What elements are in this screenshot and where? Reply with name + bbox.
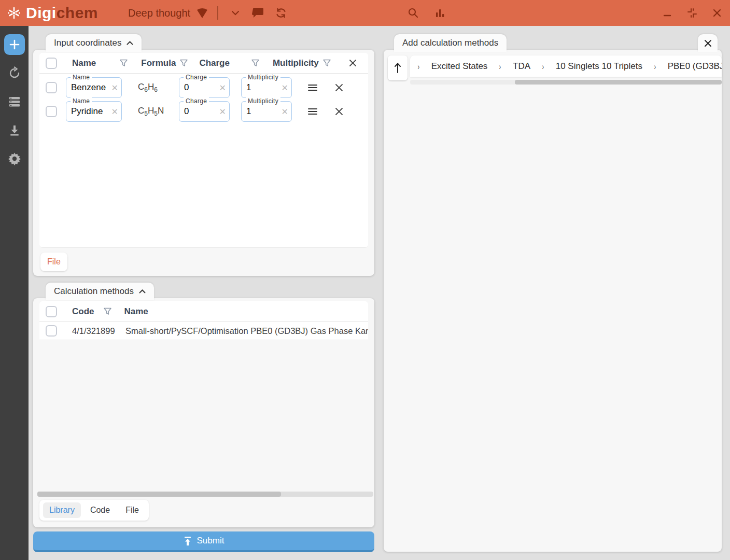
breadcrumb-item[interactable]: 10 Singlets 10 Triplets	[556, 61, 642, 72]
filter-icon[interactable]	[104, 307, 111, 315]
molecule-row: Name ✕ C5H5N Charge ✕ Multiplicity ✕	[39, 100, 368, 123]
submit-label: Submit	[197, 536, 224, 546]
app-title: Digichem	[26, 4, 98, 22]
column-header-name: Name	[72, 58, 96, 68]
breadcrumb-scrollbar-thumb[interactable]	[515, 80, 722, 85]
refresh-icon[interactable]	[4, 63, 25, 83]
name-field[interactable]: Name ✕	[66, 77, 122, 98]
name-input[interactable]	[71, 82, 110, 93]
calculation-methods-title: Calculation methods	[54, 286, 134, 297]
breadcrumb-separator-icon: ›	[417, 61, 419, 71]
charge-input[interactable]	[184, 82, 218, 93]
gem-icon	[195, 7, 209, 19]
download-icon[interactable]	[4, 120, 25, 141]
bar-chart-icon[interactable]	[431, 4, 449, 22]
filter-icon[interactable]	[120, 59, 128, 67]
multiplicity-field[interactable]: Multiplicity ✕	[241, 101, 292, 122]
header-divider	[217, 6, 218, 20]
row-checkbox[interactable]	[46, 106, 57, 117]
breadcrumb-item[interactable]: TDA	[513, 61, 530, 72]
submit-button[interactable]: Submit	[33, 531, 374, 552]
chat-icon[interactable]	[249, 4, 267, 22]
tab-library[interactable]: Library	[43, 502, 81, 518]
add-calculation-methods-title: Add calculation methods	[402, 38, 498, 48]
horizontal-scrollbar-track[interactable]	[37, 492, 373, 497]
clear-icon[interactable]: ✕	[110, 83, 118, 93]
navigate-up-button[interactable]	[388, 55, 408, 80]
formula-value: C6H6	[138, 82, 175, 93]
row-checkbox[interactable]	[46, 325, 57, 337]
search-icon[interactable]	[404, 4, 422, 22]
calculation-methods-tab[interactable]: Calculation methods	[46, 283, 154, 300]
clear-icon[interactable]: ✕	[110, 107, 118, 117]
multiplicity-field-label: Multiplicity	[246, 97, 280, 105]
horizontal-scrollbar-thumb[interactable]	[37, 492, 281, 497]
drag-handle-icon[interactable]	[308, 108, 317, 115]
charge-field-label: Charge	[184, 74, 209, 81]
clear-icon[interactable]: ✕	[218, 107, 226, 117]
name-field-label: Name	[71, 97, 92, 105]
input-coordinates-panel: Name Formula Charge Multiplicity Name ✕ …	[33, 50, 374, 276]
tab-file[interactable]: File	[119, 502, 145, 518]
queue-icon[interactable]	[4, 91, 25, 112]
method-code: 4/1/321899	[72, 326, 117, 336]
multiplicity-field[interactable]: Multiplicity ✕	[241, 77, 292, 98]
name-field[interactable]: Name ✕	[66, 101, 122, 122]
add-calculation-methods-panel	[384, 50, 722, 552]
new-calculation-button[interactable]	[4, 34, 25, 55]
drag-handle-icon[interactable]	[308, 84, 317, 91]
filter-icon[interactable]	[251, 59, 259, 67]
charge-input[interactable]	[184, 106, 218, 117]
file-button[interactable]: File	[40, 253, 67, 271]
chevron-up-icon	[139, 289, 146, 293]
breadcrumb-item[interactable]: PBE0 (GD3BJ)	[668, 61, 722, 72]
multiplicity-field-label: Multiplicity	[246, 74, 280, 81]
row-checkbox[interactable]	[46, 82, 57, 93]
input-coordinates-title: Input coordinates	[54, 38, 121, 48]
column-header-name: Name	[124, 306, 148, 317]
column-header-charge: Charge	[199, 58, 230, 68]
clear-icon[interactable]: ✕	[280, 107, 288, 117]
app-header: Digichem Deep thought	[0, 0, 730, 26]
breadcrumb-scrollbar-track[interactable]	[410, 80, 722, 85]
method-row[interactable]: 4/1/321899 Small-short/PySCF/Optimisatio…	[39, 322, 368, 340]
filter-icon[interactable]	[180, 59, 188, 67]
close-add-methods-button[interactable]	[698, 34, 718, 52]
delete-row-icon[interactable]	[335, 83, 343, 92]
delete-row-icon[interactable]	[335, 107, 343, 116]
close-icon	[704, 39, 712, 48]
gear-icon[interactable]	[4, 148, 25, 169]
breadcrumb-separator-icon: ›	[499, 61, 501, 71]
breadcrumb-separator-icon: ›	[542, 61, 544, 71]
restore-icon[interactable]	[683, 4, 701, 22]
clear-icon[interactable]: ✕	[280, 83, 288, 93]
select-all-checkbox[interactable]	[46, 58, 57, 69]
charge-field[interactable]: Charge ✕	[179, 101, 230, 122]
filter-icon[interactable]	[323, 59, 331, 67]
project-name[interactable]: Deep thought	[128, 7, 190, 19]
add-calculation-methods-tab[interactable]: Add calculation methods	[394, 34, 507, 52]
method-name: Small-short/PySCF/Optimisation PBE0 (GD3…	[125, 326, 368, 336]
formula-value: C5H5N	[138, 106, 175, 117]
close-icon[interactable]	[708, 4, 726, 22]
multiplicity-input[interactable]	[246, 82, 280, 93]
digichem-logo-icon	[6, 5, 22, 21]
breadcrumb-item[interactable]: Excited States	[431, 61, 488, 72]
breadcrumb-separator-icon: ›	[654, 61, 656, 71]
methods-table-header: Code Name	[39, 301, 368, 322]
name-input[interactable]	[71, 106, 110, 117]
breadcrumb: ›Excited States›TDA›10 Singlets 10 Tripl…	[410, 55, 722, 77]
upload-icon	[184, 537, 192, 545]
tab-code[interactable]: Code	[84, 502, 116, 518]
sidebar	[0, 26, 29, 560]
charge-field[interactable]: Charge ✕	[179, 77, 230, 98]
clear-icon[interactable]: ✕	[218, 83, 226, 93]
input-coordinates-tab[interactable]: Input coordinates	[46, 34, 142, 52]
multiplicity-input[interactable]	[246, 106, 280, 117]
select-all-checkbox[interactable]	[46, 306, 57, 317]
sync-icon[interactable]	[272, 4, 290, 22]
minimize-icon[interactable]	[658, 4, 676, 22]
close-table-icon[interactable]	[349, 59, 357, 67]
input-table-header: Name Formula Charge Multiplicity	[39, 53, 368, 74]
chevron-down-icon[interactable]	[227, 4, 244, 22]
